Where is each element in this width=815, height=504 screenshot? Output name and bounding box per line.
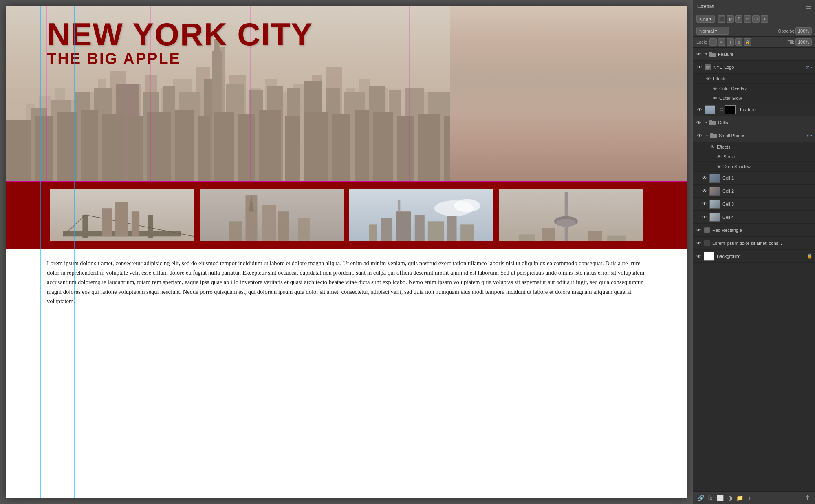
guide-vertical xyxy=(74,6,75,498)
layer-thumb-cell2 xyxy=(709,187,720,196)
effects-row-small-photos: 👁 Effects xyxy=(693,142,815,152)
kind-filter-dropdown[interactable]: Kind ▾ xyxy=(696,15,715,23)
layer-row-inner: Cell 2 xyxy=(709,187,813,196)
fx-badge: fx xyxy=(806,133,809,138)
effect-eye-icon[interactable]: 👁 xyxy=(712,96,718,101)
svg-rect-85 xyxy=(102,208,112,236)
visibility-icon[interactable]: 👁 xyxy=(696,106,703,113)
fill-value[interactable]: 100% xyxy=(795,38,812,46)
opacity-value[interactable]: 100% xyxy=(795,27,812,35)
visibility-icon[interactable]: 👁 xyxy=(696,227,702,233)
expand-arrow[interactable] xyxy=(704,120,709,125)
visibility-icon[interactable]: 👁 xyxy=(701,214,708,220)
layer-cells-group[interactable]: 👁 Cells xyxy=(693,116,815,129)
svg-point-108 xyxy=(454,199,480,212)
add-style-btn[interactable]: fx xyxy=(706,494,714,502)
visibility-icon[interactable]: 👁 xyxy=(701,175,708,181)
svg-rect-104 xyxy=(447,216,456,242)
effect-eye-icon[interactable]: 👁 xyxy=(716,164,722,169)
layer-thumb-mask xyxy=(725,105,736,114)
link-layers-btn[interactable]: 🔗 xyxy=(696,494,705,502)
layer-lorem-text[interactable]: 👁 T Lorem ipsum dolor sit amet, cons... xyxy=(693,237,815,250)
add-adjustment-btn[interactable]: ◑ xyxy=(726,494,734,502)
fx-expand-arrow[interactable] xyxy=(810,133,813,138)
layer-thumb-cell4 xyxy=(709,213,720,222)
layer-feature-image[interactable]: 👁 ⛓ Feature xyxy=(693,103,815,116)
layer-name-lorem-text: Lorem ipsum dolor sit amet, cons... xyxy=(712,241,813,246)
layer-thumb-cell1 xyxy=(709,174,720,183)
lock-paint-btn[interactable]: ✏ xyxy=(718,38,725,46)
layer-background[interactable]: 👁 Background 🔒 xyxy=(693,250,815,263)
layer-name-small-photos: Small Photos xyxy=(719,133,804,138)
visibility-icon[interactable]: 👁 xyxy=(696,132,703,139)
svg-rect-99 xyxy=(369,224,377,242)
photos-section xyxy=(6,181,687,249)
add-layer-btn[interactable]: + xyxy=(745,494,753,502)
layer-thumb-background xyxy=(704,252,714,261)
effects-label: Effects xyxy=(713,76,726,81)
svg-rect-115 xyxy=(542,228,555,242)
layer-name-red-rect: Red Rectangle xyxy=(712,228,813,233)
layer-nyc-logo[interactable]: 👁 NYC-Logo fx xyxy=(693,61,815,74)
visibility-icon[interactable]: 👁 xyxy=(701,188,708,194)
filter-toggle-icon[interactable]: ● xyxy=(761,15,768,23)
lock-all-btn[interactable]: 🔒 xyxy=(744,38,751,46)
guide-vertical xyxy=(224,6,224,498)
expand-arrow[interactable] xyxy=(704,52,709,57)
layers-menu-icon[interactable]: ☰ xyxy=(805,2,811,10)
filter-smart-icon[interactable]: ⬡ xyxy=(752,15,760,23)
lock-artboard-btn[interactable]: ⊕ xyxy=(735,38,742,46)
photo-cell-2 xyxy=(198,187,345,242)
effect-eye-icon[interactable]: 👁 xyxy=(712,86,718,91)
stroke-row: 👁 Stroke xyxy=(693,152,815,162)
layer-cell4[interactable]: 👁 Cell 4 xyxy=(693,211,815,224)
filter-adjustment-icon[interactable]: ◐ xyxy=(727,15,734,23)
body-text: Lorem ipsum dolor sit amet, consectetur … xyxy=(47,259,646,306)
visibility-icon[interactable]: 👁 xyxy=(701,201,708,207)
outer-glow-label: Outer Glow xyxy=(719,96,742,101)
text-layer-icon: T xyxy=(704,240,710,246)
effect-eye-icon[interactable]: 👁 xyxy=(709,145,715,150)
chain-link-icon[interactable]: ⛓ xyxy=(719,107,724,112)
layers-list[interactable]: 👁 Feature 👁 xyxy=(693,48,815,491)
effect-eye-icon[interactable]: 👁 xyxy=(716,154,722,159)
opacity-control: Opacity: 100% xyxy=(778,27,812,35)
layer-red-rectangle[interactable]: 👁 Red Rectangle xyxy=(693,224,815,237)
hero-section: NEW YORK CITY THE BIG APPLE xyxy=(6,6,687,181)
lock-transparent-btn[interactable]: ⬚ xyxy=(709,38,717,46)
fx-expand-arrow[interactable] xyxy=(810,65,813,69)
svg-rect-86 xyxy=(115,202,128,236)
lock-fill-bar: Lock: ⬚ ✏ ✛ ⊕ 🔒 Fill: 100% xyxy=(693,37,815,48)
photo-cell-3 xyxy=(348,187,495,242)
layer-cell2[interactable]: 👁 Cell 2 xyxy=(693,185,815,198)
delete-layer-btn[interactable]: 🗑 xyxy=(804,494,812,502)
filter-type-icon[interactable]: T xyxy=(735,15,742,23)
lock-position-btn[interactable]: ✛ xyxy=(727,38,734,46)
filter-shape-icon[interactable]: ▭ xyxy=(744,15,751,23)
layer-row-inner: Cell 1 xyxy=(709,174,813,183)
layer-feature-group[interactable]: 👁 Feature xyxy=(693,48,815,61)
svg-rect-103 xyxy=(428,221,444,242)
fx-badge: fx xyxy=(806,65,809,70)
expand-arrow[interactable] xyxy=(705,133,709,138)
blend-mode-dropdown[interactable]: Normal ▾ xyxy=(696,27,729,35)
layer-cell3[interactable]: 👁 Cell 3 xyxy=(693,198,815,211)
layer-row-inner: Cell 3 xyxy=(709,200,813,209)
layer-row-inner: Cell 4 xyxy=(709,213,813,222)
visibility-icon[interactable]: 👁 xyxy=(696,240,702,246)
visibility-icon[interactable]: 👁 xyxy=(696,119,702,126)
layer-cell1[interactable]: 👁 Cell 1 xyxy=(693,172,815,185)
blend-mode-value: Normal xyxy=(699,29,714,33)
effects-row-nyc: 👁 Effects xyxy=(693,74,815,84)
layer-small-photos-group[interactable]: 👁 Small Photos fx xyxy=(693,129,815,142)
visibility-icon[interactable]: 👁 xyxy=(696,51,702,57)
effect-eye-icon[interactable]: 👁 xyxy=(705,76,711,81)
filter-pixel-icon[interactable]: ⬛ xyxy=(718,15,725,23)
create-group-btn[interactable]: 📁 xyxy=(736,494,744,502)
layer-name-cell1: Cell 1 xyxy=(722,176,813,180)
title-line1: NEW YORK CITY xyxy=(47,18,313,50)
visibility-icon[interactable]: 👁 xyxy=(696,64,703,70)
add-mask-btn[interactable]: ⬜ xyxy=(716,494,724,502)
visibility-icon[interactable]: 👁 xyxy=(696,253,702,260)
fill-label: Fill: xyxy=(787,40,794,44)
